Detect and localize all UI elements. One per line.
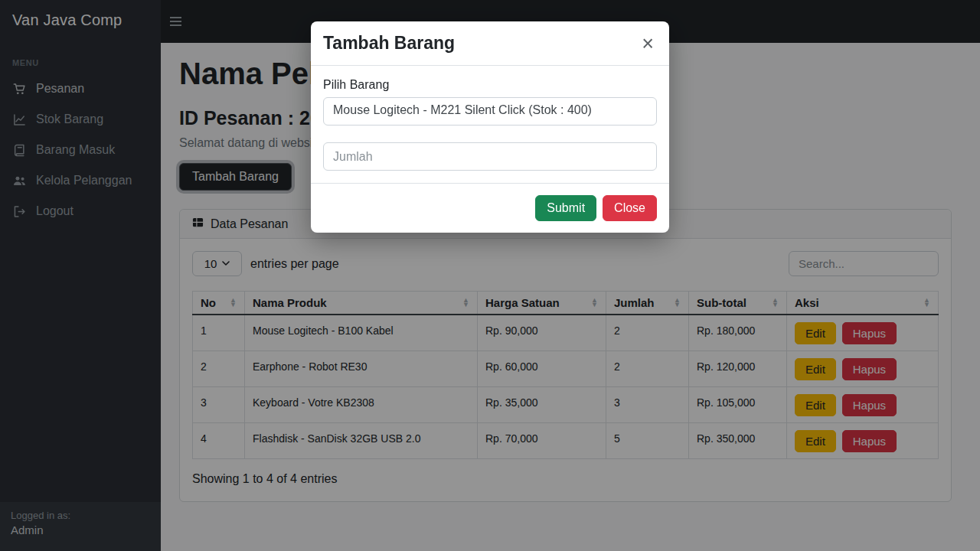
modal-header: Tambah Barang ×	[311, 21, 669, 66]
close-icon[interactable]: ×	[639, 36, 657, 51]
tambah-barang-modal: Tambah Barang × Pilih Barang Mouse Logit…	[311, 21, 669, 233]
modal-body: Pilih Barang Mouse Logitech - M221 Silen…	[311, 66, 669, 183]
pilih-barang-select[interactable]: Mouse Logitech - M221 Silent Click (Stok…	[323, 97, 657, 126]
pilih-barang-label: Pilih Barang	[323, 78, 657, 92]
submit-button[interactable]: Submit	[535, 195, 596, 221]
modal-close-button[interactable]: Close	[603, 195, 657, 221]
jumlah-input[interactable]	[323, 142, 657, 171]
modal-title: Tambah Barang	[323, 33, 455, 54]
modal-footer: Submit Close	[311, 183, 669, 233]
